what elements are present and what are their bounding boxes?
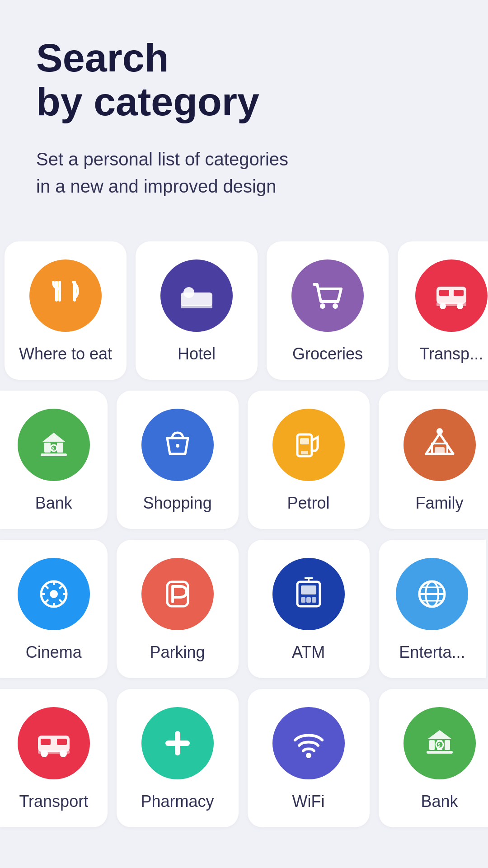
category-bank-r2[interactable]: $ Bank [0, 391, 108, 529]
transport-r4-icon [18, 707, 90, 779]
svg-line-28 [46, 586, 48, 589]
svg-rect-55 [429, 740, 435, 750]
category-groceries[interactable]: Groceries [267, 241, 389, 380]
where-to-eat-icon [29, 259, 102, 332]
svg-point-23 [50, 590, 58, 598]
page-subtitle: Set a personal list of categories in a n… [36, 146, 452, 200]
bank-r2-icon: $ [18, 409, 90, 481]
category-parking[interactable]: Parking [117, 540, 239, 678]
category-wifi[interactable]: WiFi [248, 689, 370, 827]
pharmacy-label: Pharmacy [141, 792, 214, 811]
category-entertainment[interactable]: Enterta... [379, 540, 486, 678]
svg-rect-53 [165, 741, 190, 746]
bank-r2-label: Bank [35, 494, 72, 513]
cinema-label: Cinema [26, 643, 82, 662]
bank-r4-label: Bank [421, 792, 458, 811]
svg-rect-11 [44, 443, 51, 453]
category-atm[interactable]: ATM [248, 540, 370, 678]
groceries-icon [291, 259, 364, 332]
petrol-icon [272, 409, 345, 481]
category-transport-r4[interactable]: Transport [0, 689, 108, 827]
parking-label: Parking [150, 643, 205, 662]
groceries-label: Groceries [292, 344, 363, 363]
svg-point-54 [306, 753, 311, 758]
category-where-to-eat[interactable]: Where to eat [5, 241, 127, 380]
transport-partial-label: Transp... [419, 344, 483, 363]
shopping-label: Shopping [143, 494, 212, 513]
header: Search by category Set a personal list o… [0, 0, 488, 227]
svg-rect-58 [427, 751, 453, 754]
hotel-icon [160, 259, 233, 332]
category-transport-partial[interactable]: Transp... [398, 241, 488, 380]
svg-line-29 [59, 599, 62, 602]
pharmacy-icon [141, 707, 214, 779]
transport-r4-label: Transport [19, 792, 88, 811]
category-pharmacy[interactable]: Pharmacy [117, 689, 239, 827]
category-family[interactable]: Family [379, 391, 488, 529]
category-row-3: Cinema Parking [0, 534, 488, 684]
svg-rect-36 [306, 597, 311, 603]
atm-icon [272, 558, 345, 630]
cinema-icon [18, 558, 90, 630]
svg-rect-10 [436, 302, 466, 306]
category-bank-r4[interactable]: $ Bank [379, 689, 488, 827]
svg-line-31 [46, 599, 48, 602]
family-label: Family [416, 494, 464, 513]
category-row-4: Transport Pharmacy WiFi [0, 684, 488, 833]
svg-rect-19 [301, 451, 308, 454]
svg-rect-7 [454, 290, 464, 296]
family-icon [404, 409, 476, 481]
wifi-icon [272, 707, 345, 779]
svg-rect-18 [300, 438, 309, 444]
svg-rect-2 [181, 305, 212, 308]
atm-label: ATM [292, 643, 325, 662]
wifi-label: WiFi [292, 792, 325, 811]
svg-line-30 [59, 586, 62, 589]
svg-rect-34 [301, 585, 316, 594]
bank-r4-icon: $ [404, 707, 476, 779]
category-grid: Where to eat Hotel Groceries [0, 227, 488, 842]
svg-text:$: $ [438, 743, 441, 748]
svg-point-1 [183, 287, 194, 298]
entertainment-label: Enterta... [399, 643, 465, 662]
category-row-1: Where to eat Hotel Groceries [0, 236, 488, 385]
shopping-icon [141, 409, 214, 481]
category-shopping[interactable]: Shopping [117, 391, 239, 529]
svg-point-16 [176, 444, 179, 448]
svg-rect-12 [57, 443, 63, 453]
category-row-2: $ Bank Shopping [0, 385, 488, 534]
svg-rect-37 [312, 597, 316, 603]
svg-rect-46 [41, 739, 51, 745]
category-petrol[interactable]: Petrol [248, 391, 370, 529]
transport-partial-icon [415, 259, 488, 332]
category-hotel[interactable]: Hotel [136, 241, 258, 380]
svg-text:$: $ [52, 446, 55, 451]
category-cinema[interactable]: Cinema [0, 540, 108, 678]
svg-rect-35 [301, 597, 305, 603]
svg-rect-6 [439, 290, 449, 296]
hotel-label: Hotel [178, 344, 216, 363]
svg-rect-20 [435, 447, 445, 454]
svg-rect-47 [57, 739, 67, 745]
entertainment-icon [396, 558, 468, 630]
petrol-label: Petrol [287, 494, 330, 513]
svg-rect-50 [38, 750, 70, 754]
parking-icon [141, 558, 214, 630]
where-to-eat-label: Where to eat [19, 344, 112, 363]
svg-rect-57 [445, 740, 450, 750]
svg-point-4 [333, 303, 338, 309]
svg-point-3 [320, 303, 325, 309]
svg-point-21 [436, 428, 443, 434]
svg-rect-13 [41, 453, 67, 456]
page-title: Search by category [36, 36, 452, 124]
